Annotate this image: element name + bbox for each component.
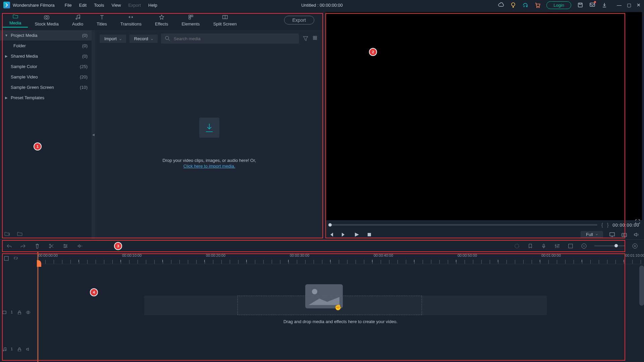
menu-edit[interactable]: Edit xyxy=(79,3,87,8)
headset-icon[interactable] xyxy=(522,2,528,8)
save-icon[interactable] xyxy=(577,2,583,8)
split-icon xyxy=(222,14,228,20)
search-input[interactable] xyxy=(174,36,296,41)
tab-effects[interactable]: Effects xyxy=(148,14,175,26)
playhead[interactable] xyxy=(38,252,38,362)
expand-icon[interactable]: ▶ xyxy=(4,96,9,100)
link-icon[interactable] xyxy=(13,255,18,261)
undo-button[interactable] xyxy=(6,243,12,249)
fullscreen-icon[interactable] xyxy=(635,219,641,225)
tab-transitions[interactable]: Transitions xyxy=(114,14,148,26)
mark-in-button[interactable]: { xyxy=(601,222,603,228)
export-button[interactable]: Export xyxy=(284,16,314,24)
snapshot-icon[interactable] xyxy=(621,232,627,238)
tab-elements[interactable]: Elements xyxy=(175,14,206,26)
zoom-out-icon[interactable] xyxy=(581,243,587,249)
display-icon[interactable] xyxy=(609,232,615,238)
zoom-slider[interactable] xyxy=(594,245,625,246)
ruler-tick: 00:01:10:00 xyxy=(625,253,644,257)
titlebar-right: Login — ▢ ✕ xyxy=(498,1,641,9)
video-preview[interactable] xyxy=(326,12,642,220)
marker-icon[interactable] xyxy=(527,243,533,249)
timeline-body[interactable]: 00:00:00:00 00:00:10:00 00:00:20:00 00:0… xyxy=(37,252,644,362)
transitions-icon xyxy=(128,14,134,20)
next-frame-button[interactable] xyxy=(341,232,346,237)
zoom-in-icon[interactable] xyxy=(632,243,638,249)
minimize-button[interactable]: — xyxy=(617,2,622,8)
expand-icon[interactable]: ▼ xyxy=(4,34,9,37)
voiceover-icon[interactable] xyxy=(541,243,547,249)
render-button[interactable] xyxy=(514,243,520,249)
media-dropzone[interactable]: Drop your video clips, images, or audio … xyxy=(95,47,324,239)
audio-track-header[interactable]: 1 xyxy=(2,347,30,351)
maximize-button[interactable]: ▢ xyxy=(627,2,631,8)
delete-button[interactable] xyxy=(34,243,40,249)
svg-point-0 xyxy=(512,3,515,6)
new-folder-icon[interactable] xyxy=(4,231,10,237)
track-options-icon[interactable] xyxy=(3,255,9,261)
prev-frame-button[interactable] xyxy=(328,232,334,237)
sidebar-item-sample-color[interactable]: Sample Color (25) xyxy=(0,61,92,72)
collapse-sidebar-button[interactable]: ◀ xyxy=(92,30,95,239)
sidebar-item-shared-media[interactable]: ▶ Shared Media (0) xyxy=(0,51,92,61)
eye-icon[interactable] xyxy=(25,310,30,314)
sidebar-item-sample-video[interactable]: Sample Video (20) xyxy=(0,72,92,82)
tab-stock-media[interactable]: Stock Media xyxy=(28,14,65,26)
split-button[interactable] xyxy=(48,243,54,249)
mixer-icon[interactable] xyxy=(554,243,560,249)
filter-icon[interactable] xyxy=(302,35,309,42)
timeline-ruler[interactable]: 00:00:00:00 00:00:10:00 00:00:20:00 00:0… xyxy=(37,252,644,264)
tab-media[interactable]: Media xyxy=(3,13,28,27)
dropzone-text: Drop your video clips, images, or audio … xyxy=(163,158,256,163)
grid-view-icon[interactable] xyxy=(312,35,319,42)
download-icon[interactable] xyxy=(601,2,607,8)
folder-icon[interactable] xyxy=(17,231,23,237)
volume-icon[interactable] xyxy=(633,232,639,238)
tab-audio-label: Audio xyxy=(72,21,83,26)
record-dropdown[interactable]: Record xyxy=(129,35,158,43)
menu-export[interactable]: Export xyxy=(128,3,141,8)
preview-scrubber[interactable] xyxy=(328,224,597,226)
lock-icon[interactable] xyxy=(17,347,21,351)
crop-icon[interactable] xyxy=(568,243,574,249)
import-dropdown[interactable]: Import xyxy=(100,35,126,43)
login-button[interactable]: Login xyxy=(546,1,571,9)
cloud-icon[interactable] xyxy=(498,2,504,8)
menu-view[interactable]: View xyxy=(111,3,121,8)
media-tabs: Media Stock Media Audio Titles Transitio… xyxy=(0,10,324,30)
video-track-header[interactable]: 1 xyxy=(2,310,30,314)
sidebar-item-folder[interactable]: Folder (0) xyxy=(0,41,92,51)
audio-adjust-button[interactable] xyxy=(76,243,83,249)
idea-icon[interactable] xyxy=(510,2,516,8)
svg-point-23 xyxy=(49,247,51,248)
mark-out-button[interactable]: } xyxy=(607,222,609,228)
mute-icon[interactable] xyxy=(25,347,30,351)
sidebar-item-sample-green-screen[interactable]: Sample Green Screen (10) xyxy=(0,82,92,93)
menu-help[interactable]: Help xyxy=(148,3,157,8)
play-button[interactable] xyxy=(354,232,359,237)
ruler-tick: 00:01:00:00 xyxy=(541,253,561,257)
redo-button[interactable] xyxy=(20,243,26,249)
close-button[interactable]: ✕ xyxy=(637,2,641,8)
lock-icon[interactable] xyxy=(17,310,21,314)
tab-split-screen[interactable]: Split Screen xyxy=(207,14,244,26)
expand-icon[interactable]: ▶ xyxy=(4,54,9,58)
sidebar-item-project-media[interactable]: ▼ Project Media (0) xyxy=(0,30,92,41)
timeline-scrollbar[interactable] xyxy=(639,265,644,306)
svg-point-33 xyxy=(3,350,4,351)
tab-audio[interactable]: Audio xyxy=(65,14,90,26)
adjust-button[interactable] xyxy=(62,243,68,249)
quality-dropdown[interactable]: Full xyxy=(581,231,603,238)
tab-titles[interactable]: Titles xyxy=(90,14,114,26)
import-link[interactable]: Click here to import media. xyxy=(183,164,235,169)
menu-tools[interactable]: Tools xyxy=(94,3,104,8)
search-box[interactable] xyxy=(161,34,299,44)
media-panel: Media Stock Media Audio Titles Transitio… xyxy=(0,10,324,239)
app-name: Wondershare Filmora xyxy=(13,3,55,8)
sidebar-item-preset-templates[interactable]: ▶ Preset Templates xyxy=(0,93,92,103)
menu-file[interactable]: File xyxy=(65,3,72,8)
stop-button[interactable] xyxy=(367,232,372,237)
svg-point-34 xyxy=(5,350,6,351)
cart-icon[interactable] xyxy=(534,2,540,8)
messages-icon[interactable] xyxy=(589,2,595,9)
